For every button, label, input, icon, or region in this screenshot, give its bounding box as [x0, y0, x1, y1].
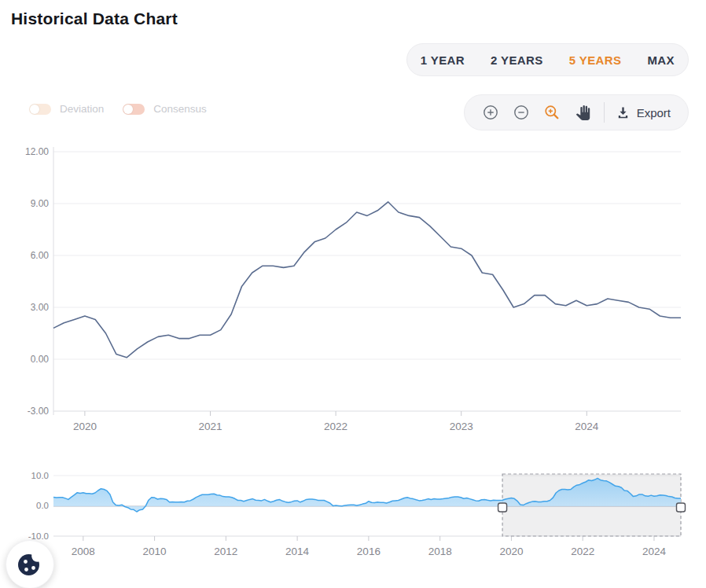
nav-x-tick-label: 2010 [143, 546, 167, 557]
nav-x-tick-label: 2014 [285, 546, 310, 557]
nav-x-tick-label: 2008 [72, 546, 95, 557]
main-y-tick-label: 0.00 [31, 354, 50, 365]
main-y-tick-label: -3.00 [28, 406, 50, 417]
navigator-chart: 10.00.0-10.02008201020122014201620182020… [28, 471, 686, 557]
main-x-tick-label: 2022 [324, 421, 347, 432]
nav-handle-right[interactable] [677, 503, 686, 512]
nav-x-tick-label: 2020 [499, 546, 523, 557]
nav-y-tick-label: 0.0 [36, 501, 49, 510]
main-x-tick-label: 2024 [575, 421, 599, 432]
nav-handle-left[interactable] [498, 503, 507, 512]
cookie-consent-button[interactable] [6, 540, 54, 588]
nav-x-tick-label: 2012 [214, 546, 237, 557]
nav-x-tick-label: 2024 [642, 546, 667, 557]
main-x-tick-label: 2020 [73, 421, 97, 432]
main-series-line [53, 202, 681, 358]
main-x-tick-label: 2023 [450, 421, 473, 432]
charts-canvas: 12.009.006.003.000.00-3.0020202021202220… [0, 0, 706, 588]
nav-y-tick-label: 10.0 [31, 471, 49, 480]
nav-x-tick-label: 2022 [571, 546, 594, 557]
main-y-tick-label: 9.00 [31, 198, 50, 209]
main-chart: 12.009.006.003.000.00-3.0020202021202220… [25, 146, 681, 432]
cookie-icon [16, 550, 44, 579]
main-y-tick-label: 3.00 [31, 302, 50, 313]
main-y-tick-label: 12.00 [25, 146, 49, 157]
nav-x-tick-label: 2018 [428, 546, 452, 557]
main-x-tick-label: 2021 [198, 421, 222, 432]
main-y-tick-label: 6.00 [31, 250, 50, 261]
nav-x-tick-label: 2016 [357, 546, 381, 557]
